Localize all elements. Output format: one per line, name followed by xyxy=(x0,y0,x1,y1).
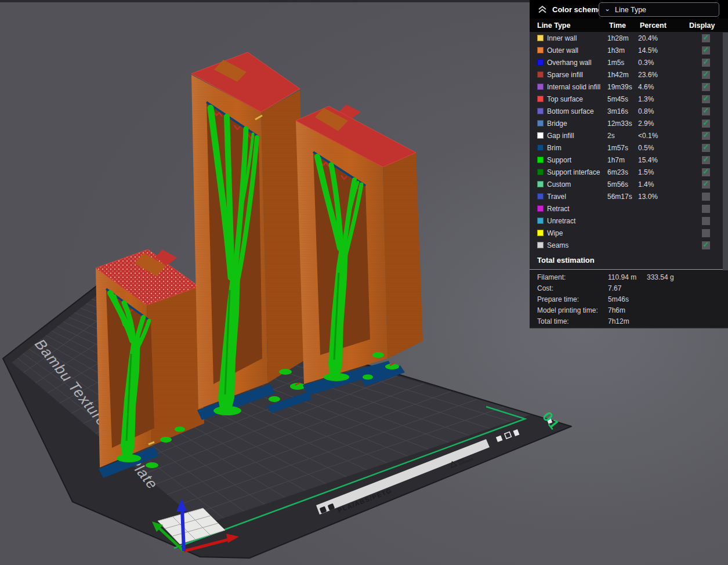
time-value: 1m5s xyxy=(607,59,638,67)
percent-value: <0.1% xyxy=(638,132,671,140)
display-checkbox[interactable]: ✓ xyxy=(702,156,710,164)
display-checkbox[interactable]: ✓ xyxy=(702,71,710,79)
dropdown-selected-value: Line Type xyxy=(615,6,646,14)
legend-scrollbar[interactable] xyxy=(723,32,728,270)
collapse-chevrons-icon[interactable] xyxy=(538,5,547,13)
color-swatch xyxy=(537,205,544,212)
line-type-label: Brim xyxy=(547,144,607,152)
color-swatch xyxy=(537,230,544,236)
row-top-surface: Top surface5m45s1.3%✓ xyxy=(530,93,728,105)
display-checkbox[interactable]: ✓ xyxy=(702,132,710,140)
total-filament: Filament:110.94 m333.54 g xyxy=(530,271,728,282)
check-icon: ✓ xyxy=(703,107,709,114)
color-swatch xyxy=(537,242,544,248)
display-checkbox[interactable]: ✓ xyxy=(702,144,710,152)
color-swatch xyxy=(537,71,544,78)
check-icon: ✓ xyxy=(703,119,709,126)
time-value: 5m56s xyxy=(607,180,638,189)
column-header-line-type: Line Type xyxy=(537,21,609,30)
row-travel: Travel56m17s13.0%✓ xyxy=(530,190,728,202)
color-scheme-dropdown[interactable]: ⌄ Line Type xyxy=(599,2,719,17)
display-checkbox[interactable]: ✓ xyxy=(702,95,710,103)
line-type-label: Support xyxy=(547,156,607,164)
display-checkbox[interactable]: ✓ xyxy=(702,119,710,128)
line-type-label: Sparse infill xyxy=(547,71,607,79)
display-checkbox[interactable]: ✓ xyxy=(702,168,710,176)
row-outer-wall: Outer wall1h3m14.5%✓ xyxy=(530,44,728,56)
row-bridge: Bridge12m33s2.9%✓ xyxy=(530,117,728,129)
row-unretract: Unretract✓ xyxy=(530,215,728,227)
total-prepare-time: Prepare time:5m46s xyxy=(530,294,728,305)
time-value: 2s xyxy=(607,132,638,140)
line-type-label: Outer wall xyxy=(547,46,607,55)
percent-value: 0.3% xyxy=(638,59,671,67)
row-bottom-surface: Bottom surface3m16s0.8%✓ xyxy=(530,105,728,117)
check-icon: ✓ xyxy=(703,95,709,102)
line-type-label: Unretract xyxy=(547,217,607,225)
percent-value: 20.4% xyxy=(638,34,671,42)
time-value: 1h3m xyxy=(607,46,638,55)
check-icon: ✓ xyxy=(703,58,709,66)
model-middle[interactable] xyxy=(191,52,312,420)
line-type-list: Inner wall1h28m20.4%✓ Outer wall1h3m14.5… xyxy=(530,32,728,251)
display-checkbox[interactable]: ✓ xyxy=(702,83,710,91)
row-support-interface: Support interface6m23s1.5%✓ xyxy=(530,166,728,178)
line-type-label: Custom xyxy=(547,180,607,189)
display-checkbox[interactable]: ✓ xyxy=(702,205,710,213)
display-checkbox[interactable]: ✓ xyxy=(702,59,710,67)
line-type-label: Top surface xyxy=(547,95,607,103)
check-icon: ✓ xyxy=(703,155,709,163)
line-type-label: Wipe xyxy=(547,229,607,237)
color-swatch xyxy=(537,120,544,126)
time-value: 12m33s xyxy=(607,119,638,128)
display-checkbox[interactable]: ✓ xyxy=(702,180,710,189)
display-checkbox[interactable]: ✓ xyxy=(702,229,710,237)
display-checkbox[interactable]: ✓ xyxy=(702,34,710,42)
row-wipe: Wipe✓ xyxy=(530,227,728,239)
display-checkbox[interactable]: ✓ xyxy=(702,107,710,115)
line-type-label: Travel xyxy=(547,193,607,201)
column-header-display: Display xyxy=(689,21,715,30)
display-checkbox[interactable]: ✓ xyxy=(702,193,710,201)
line-type-label: Gap infill xyxy=(547,132,607,140)
model-right[interactable] xyxy=(296,104,423,396)
line-type-label: Bottom surface xyxy=(547,107,607,115)
color-swatch xyxy=(537,144,544,151)
color-swatch xyxy=(537,59,544,66)
line-type-label: Overhang wall xyxy=(547,59,607,67)
time-value: 1h28m xyxy=(607,34,638,42)
total-cost: Cost:7.67 xyxy=(530,282,728,294)
percent-value: 1.5% xyxy=(638,168,671,176)
percent-value: 23.6% xyxy=(638,71,671,79)
totals-block: Filament:110.94 m333.54 g Cost:7.67 Prep… xyxy=(530,269,728,327)
display-checkbox[interactable]: ✓ xyxy=(702,241,710,249)
display-checkbox[interactable]: ✓ xyxy=(702,46,710,55)
color-swatch xyxy=(537,108,544,114)
line-type-label: Internal solid infill xyxy=(547,83,607,91)
time-value: 1h7m xyxy=(607,156,638,164)
color-swatch xyxy=(537,157,544,163)
color-swatch xyxy=(537,169,544,175)
check-icon: ✓ xyxy=(703,168,709,175)
total-estimation-header: Total estimation xyxy=(530,251,728,269)
line-type-label: Retract xyxy=(547,205,607,213)
check-icon: ✓ xyxy=(703,241,709,248)
row-gap-infill: Gap infill2s<0.1%✓ xyxy=(530,129,728,142)
chevron-down-icon: ⌄ xyxy=(604,5,610,13)
color-swatch xyxy=(537,218,544,224)
check-icon: ✓ xyxy=(703,180,709,187)
percent-value: 13.0% xyxy=(638,193,671,201)
line-type-label: Seams xyxy=(547,241,607,249)
line-type-label: Support interface xyxy=(547,168,607,176)
color-swatch xyxy=(537,35,544,41)
color-swatch xyxy=(537,47,544,53)
row-brim: Brim1m57s0.5%✓ xyxy=(530,142,728,154)
z-axis-arrow xyxy=(182,508,184,551)
panel-title: Color scheme xyxy=(552,5,602,14)
display-checkbox[interactable]: ✓ xyxy=(702,217,710,225)
row-seams: Seams✓ xyxy=(530,239,728,251)
row-inner-wall: Inner wall1h28m20.4%✓ xyxy=(530,32,728,44)
percent-value: 14.5% xyxy=(638,46,671,55)
column-header-percent: Percent xyxy=(640,21,689,30)
color-swatch xyxy=(537,132,544,139)
